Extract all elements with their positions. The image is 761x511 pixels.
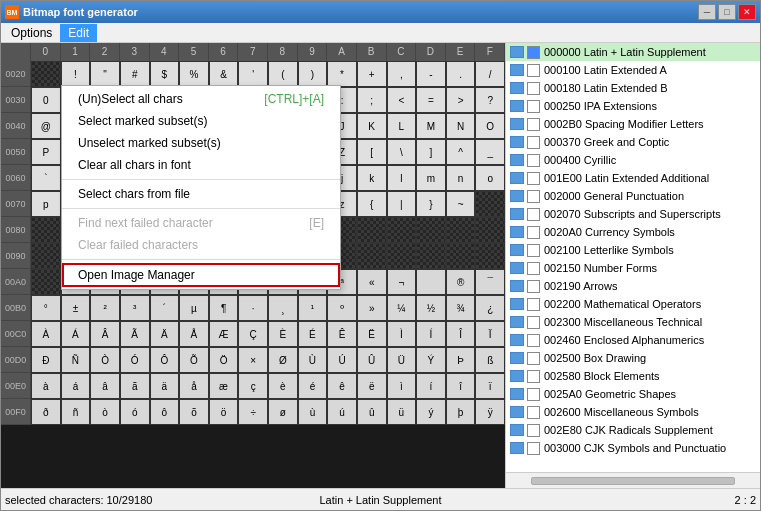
charset-checkbox[interactable] — [527, 208, 540, 221]
grid-cell[interactable]: [ — [357, 139, 387, 165]
grid-cell[interactable] — [475, 243, 505, 269]
grid-cell[interactable]: Ì — [387, 321, 417, 347]
menu-edit[interactable]: Edit — [60, 24, 97, 42]
grid-cell[interactable]: Ø — [268, 347, 298, 373]
grid-cell[interactable]: O — [475, 113, 505, 139]
menu-item-clear-chars[interactable]: Clear all chars in font — [62, 154, 340, 176]
grid-cell[interactable]: ¶ — [209, 295, 239, 321]
grid-cell[interactable]: û — [357, 399, 387, 425]
grid-cell[interactable]: ä — [150, 373, 180, 399]
grid-cell[interactable]: o — [475, 165, 505, 191]
sidebar-item[interactable]: 000100 Latin Extended A — [506, 61, 760, 79]
grid-cell[interactable]: Í — [416, 321, 446, 347]
grid-cell[interactable]: à — [31, 373, 61, 399]
grid-cell[interactable]: ý — [416, 399, 446, 425]
grid-cell[interactable]: Ð — [31, 347, 61, 373]
grid-cell[interactable]: K — [357, 113, 387, 139]
grid-cell[interactable]: ¹ — [298, 295, 328, 321]
sidebar-item[interactable]: 002E80 CJK Radicals Supplement — [506, 421, 760, 439]
grid-cell[interactable]: > — [446, 87, 476, 113]
grid-cell[interactable]: _ — [475, 139, 505, 165]
grid-cell[interactable]: Ý — [416, 347, 446, 373]
sidebar-item[interactable]: 002600 Miscellaneous Symbols — [506, 403, 760, 421]
charset-checkbox[interactable] — [527, 82, 540, 95]
grid-cell[interactable]: . — [446, 61, 476, 87]
grid-cell[interactable] — [446, 243, 476, 269]
grid-cell[interactable]: ¾ — [446, 295, 476, 321]
grid-cell[interactable] — [416, 243, 446, 269]
grid-cell[interactable]: õ — [179, 399, 209, 425]
charset-checkbox[interactable] — [527, 136, 540, 149]
grid-cell[interactable]: ô — [150, 399, 180, 425]
grid-cell[interactable]: è — [268, 373, 298, 399]
grid-cell[interactable]: â — [90, 373, 120, 399]
grid-cell[interactable]: Ò — [90, 347, 120, 373]
charset-checkbox[interactable] — [527, 64, 540, 77]
charset-checkbox[interactable] — [527, 190, 540, 203]
charset-checkbox[interactable] — [527, 352, 540, 365]
charset-checkbox[interactable] — [527, 154, 540, 167]
sidebar-item[interactable]: 0002B0 Spacing Modifier Letters — [506, 115, 760, 133]
grid-cell[interactable]: ¼ — [387, 295, 417, 321]
sidebar-item[interactable]: 002070 Subscripts and Superscripts — [506, 205, 760, 223]
charset-checkbox[interactable] — [527, 118, 540, 131]
grid-cell[interactable]: \ — [387, 139, 417, 165]
grid-cell[interactable]: ó — [120, 399, 150, 425]
grid-cell[interactable]: ê — [327, 373, 357, 399]
grid-cell[interactable]: Þ — [446, 347, 476, 373]
grid-cell[interactable]: % — [179, 61, 209, 87]
sidebar-item[interactable]: 001E00 Latin Extended Additional — [506, 169, 760, 187]
grid-cell[interactable]: Ï — [475, 321, 505, 347]
grid-cell[interactable]: l — [387, 165, 417, 191]
sidebar-item[interactable]: 000000 Latin + Latin Supplement — [506, 43, 760, 61]
menu-item-select-marked[interactable]: Select marked subset(s) — [62, 110, 340, 132]
grid-cell[interactable]: ù — [298, 399, 328, 425]
sidebar-item[interactable]: 003000 CJK Symbols and Punctuatio — [506, 439, 760, 457]
grid-cell[interactable]: å — [179, 373, 209, 399]
sidebar-item[interactable]: 002500 Box Drawing — [506, 349, 760, 367]
charset-checkbox[interactable] — [527, 280, 540, 293]
grid-cell[interactable]: / — [475, 61, 505, 87]
charset-checkbox[interactable] — [527, 172, 540, 185]
grid-cell[interactable]: n — [446, 165, 476, 191]
sidebar-item[interactable]: 002190 Arrows — [506, 277, 760, 295]
grid-cell[interactable] — [31, 217, 61, 243]
grid-cell[interactable]: ´ — [150, 295, 180, 321]
sidebar-item[interactable]: 002200 Mathematical Operators — [506, 295, 760, 313]
grid-cell[interactable]: É — [298, 321, 328, 347]
grid-cell[interactable]: µ — [179, 295, 209, 321]
grid-cell[interactable]: , — [387, 61, 417, 87]
grid-cell[interactable]: é — [298, 373, 328, 399]
grid-cell[interactable]: Ù — [298, 347, 328, 373]
grid-cell[interactable] — [416, 217, 446, 243]
sidebar-item[interactable]: 002580 Block Elements — [506, 367, 760, 385]
grid-cell[interactable]: Ê — [327, 321, 357, 347]
charset-checkbox[interactable] — [527, 442, 540, 455]
grid-cell[interactable]: Ç — [238, 321, 268, 347]
grid-cell[interactable]: @ — [31, 113, 61, 139]
grid-cell[interactable]: ½ — [416, 295, 446, 321]
close-button[interactable]: ✕ — [738, 4, 756, 20]
grid-cell[interactable] — [387, 217, 417, 243]
grid-cell[interactable]: ? — [475, 87, 505, 113]
grid-cell[interactable]: } — [416, 191, 446, 217]
grid-cell[interactable]: { — [357, 191, 387, 217]
grid-cell[interactable]: ò — [90, 399, 120, 425]
grid-cell[interactable]: Õ — [179, 347, 209, 373]
grid-cell[interactable]: ë — [357, 373, 387, 399]
menu-item-select-from-file[interactable]: Select chars from file — [62, 183, 340, 205]
grid-cell[interactable]: ¿ — [475, 295, 505, 321]
sidebar-item[interactable]: 0020A0 Currency Symbols — [506, 223, 760, 241]
grid-cell[interactable]: k — [357, 165, 387, 191]
sidebar-item[interactable]: 0025A0 Geometric Shapes — [506, 385, 760, 403]
grid-cell[interactable]: Á — [61, 321, 91, 347]
grid-cell[interactable]: = — [416, 87, 446, 113]
grid-cell[interactable]: Å — [179, 321, 209, 347]
grid-cell[interactable]: ¸ — [268, 295, 298, 321]
grid-cell[interactable]: Ñ — [61, 347, 91, 373]
grid-cell[interactable]: ² — [90, 295, 120, 321]
grid-cell[interactable]: ; — [357, 87, 387, 113]
grid-cell[interactable]: ` — [31, 165, 61, 191]
charset-checkbox[interactable] — [527, 46, 540, 59]
grid-cell[interactable]: Û — [357, 347, 387, 373]
